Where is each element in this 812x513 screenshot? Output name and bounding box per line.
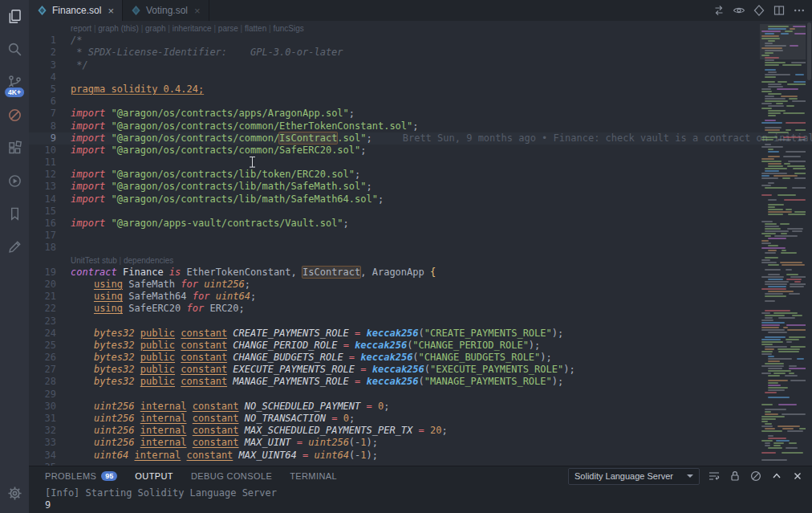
token: EXECUTE_PAYMENTS_ROLE — [233, 364, 355, 375]
token: import — [71, 193, 105, 205]
edit-pencil-icon[interactable] — [0, 230, 29, 263]
tab-label: Finance.sol — [52, 5, 101, 16]
line-number: 15 — [29, 206, 71, 218]
panel-tab-output[interactable]: OUTPUT — [135, 471, 173, 481]
codelens-link[interactable]: dependencies — [124, 256, 173, 265]
code-line[interactable]: 8import "@aragon/os/contracts/common/Eth… — [29, 120, 812, 132]
token: bytes32 — [94, 364, 135, 375]
code-line[interactable]: 17 — [29, 230, 812, 242]
extensions-icon[interactable] — [0, 132, 29, 165]
token: for — [187, 303, 205, 314]
maximize-panel-icon[interactable] — [770, 470, 783, 482]
settings-gear-icon[interactable] — [0, 477, 29, 510]
code-line[interactable]: 22 using SafeERC20 for ERC20; — [29, 303, 812, 315]
token: internal — [135, 450, 181, 461]
code-line[interactable]: 6 — [29, 96, 812, 108]
token: "@aragon/os/contracts/lib/token/ERC20.so… — [112, 169, 355, 180]
token: ; — [250, 291, 256, 302]
token — [360, 376, 366, 387]
code-line[interactable]: 4 — [29, 71, 812, 83]
panel-tab-debug-console[interactable]: DEBUG CONSOLE — [191, 471, 272, 481]
circle-slash-icon[interactable] — [0, 99, 29, 132]
token: contract — [71, 267, 117, 278]
code-line[interactable]: 1/* — [29, 35, 812, 47]
code-line[interactable]: 3 */ — [29, 59, 812, 71]
code-line[interactable]: 15 — [29, 206, 812, 218]
code-line[interactable]: 14import "@aragon/os/contracts/lib/math/… — [29, 193, 812, 206]
code-line[interactable]: 2 * SPDX-License-Identifier: GPL-3.0-or-… — [29, 47, 812, 59]
code-line[interactable]: 24 bytes32 public constant CREATE_PAYMEN… — [29, 328, 812, 340]
solidity-compile-icon[interactable] — [753, 4, 765, 17]
code-line[interactable]: 11 — [29, 157, 812, 169]
token: import — [71, 218, 105, 229]
explorer-icon[interactable] — [0, 0, 29, 33]
line-number: 34 — [29, 450, 71, 462]
code-line[interactable]: 25 bytes32 public constant CHANGE_PERIOD… — [29, 340, 812, 352]
output-channel-select[interactable]: Solidity Language Server — [568, 468, 700, 485]
token: uint64 — [94, 450, 128, 461]
code-line[interactable]: 30 uint256 internal constant NO_SCHEDULE… — [29, 401, 812, 413]
close-panel-icon[interactable] — [791, 470, 804, 482]
code-line[interactable]: 32 uint256 internal constant MAX_SCHEDUL… — [29, 425, 812, 437]
debug-icon[interactable] — [0, 165, 29, 197]
token: keccak256 — [355, 340, 407, 351]
search-icon[interactable] — [0, 33, 29, 66]
panel-tab-terminal[interactable]: TERMINAL — [290, 471, 337, 481]
output-log[interactable]: [Info] Starting Solidity Language Server… — [29, 486, 812, 511]
bookmarks-icon[interactable] — [0, 197, 29, 230]
code-line[interactable]: 16import "@aragon/apps-vault/contracts/V… — [29, 218, 812, 230]
codelens-link[interactable]: UnitTest stub — [71, 256, 117, 265]
code-line[interactable]: 31 uint256 internal constant NO_TRANSACT… — [29, 413, 812, 425]
code-line[interactable]: 27 bytes32 public constant EXECUTE_PAYME… — [29, 364, 812, 376]
line-number: 3 — [29, 59, 71, 71]
code-line[interactable]: 5pragma solidity 0.4.24; — [29, 83, 812, 96]
token: = — [419, 425, 424, 436]
code-line[interactable]: 18 — [29, 242, 812, 254]
clear-output-icon[interactable] — [749, 470, 762, 482]
codelens-link[interactable]: funcSigs — [273, 24, 303, 33]
codelens-link[interactable]: report — [71, 24, 91, 33]
codelens-link[interactable]: graph — [145, 24, 166, 33]
token: constant — [181, 328, 227, 339]
code-line[interactable]: 19contract Finance is EtherTokenConstant… — [29, 267, 812, 279]
codelens-link[interactable]: parse — [218, 24, 238, 33]
code-line[interactable]: 12import "@aragon/os/contracts/lib/token… — [29, 169, 812, 181]
code-line[interactable]: 9import "@aragon/os/contracts/common/IsC… — [29, 132, 812, 145]
output-line: [Info] Starting Solidity Language Server — [45, 487, 812, 499]
code-line[interactable]: 13import "@aragon/os/contracts/lib/math/… — [29, 181, 812, 193]
close-tab-icon[interactable]: × — [194, 5, 201, 17]
code-line[interactable]: 28 bytes32 public constant MANAGE_PAYMEN… — [29, 376, 812, 388]
compare-icon[interactable] — [713, 4, 725, 17]
code-line[interactable]: 29 — [29, 389, 812, 401]
token: constant — [181, 340, 227, 351]
token — [71, 425, 94, 436]
word-wrap-icon[interactable] — [708, 470, 721, 482]
source-control-icon[interactable]: 4K+ — [0, 66, 29, 99]
code-line[interactable]: 33 uint256 internal constant MAX_UINT = … — [29, 437, 812, 449]
tab-finance-sol[interactable]: Finance.sol × — [29, 0, 123, 21]
code-line[interactable]: 21 using SafeMath64 for uint64; — [29, 291, 812, 303]
split-editor-icon[interactable] — [773, 4, 786, 17]
code-line[interactable]: 10import "@aragon/os/contracts/common/Sa… — [29, 145, 812, 157]
line-number: 20 — [29, 279, 71, 291]
lock-icon[interactable] — [729, 470, 741, 482]
code-line[interactable]: 7import "@aragon/os/contracts/apps/Arago… — [29, 108, 812, 120]
scrollbar[interactable] — [806, 21, 812, 466]
code-line[interactable]: 23 — [29, 316, 812, 328]
codelens-link[interactable]: flatten — [245, 24, 266, 33]
open-preview-icon[interactable] — [733, 4, 745, 17]
more-actions-icon[interactable] — [793, 4, 806, 17]
panel-tab-problems[interactable]: PROBLEMS 95 — [45, 471, 117, 481]
close-tab-icon[interactable]: × — [108, 5, 114, 17]
codelens-link[interactable]: inheritance — [173, 24, 212, 33]
code-area[interactable]: report | graph (this) | graph | inherita… — [29, 21, 812, 466]
codelens-link[interactable]: graph (this) — [98, 24, 139, 33]
minimap[interactable] — [760, 24, 806, 462]
token: ( — [419, 328, 424, 339]
code-line[interactable]: 34 uint64 internal constant MAX_UINT64 =… — [29, 450, 812, 462]
token: bytes32 — [94, 340, 135, 351]
code-line[interactable]: 20 using SafeMath for uint256; — [29, 279, 812, 291]
tab-voting-sol[interactable]: Voting.sol × — [123, 0, 209, 21]
code-line[interactable]: 26 bytes32 public constant CHANGE_BUDGET… — [29, 352, 812, 364]
scrollbar-thumb[interactable] — [807, 22, 811, 80]
